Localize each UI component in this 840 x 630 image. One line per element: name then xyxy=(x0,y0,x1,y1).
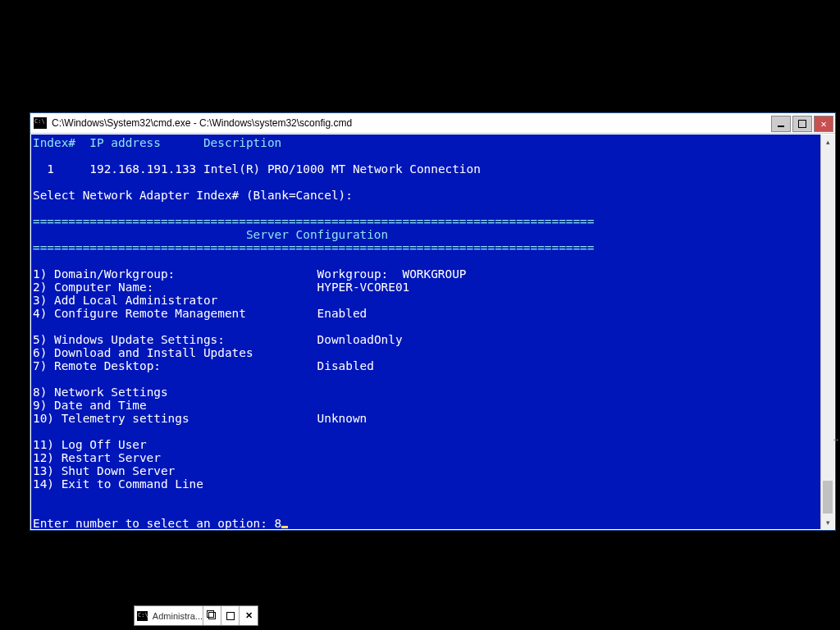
menu-5-label: Windows Update Settings: xyxy=(54,333,225,346)
menu-3-label: Add Local Administrator xyxy=(54,294,217,307)
menu-4-value: Enabled xyxy=(317,307,368,320)
rule-top: ========================================… xyxy=(33,215,594,228)
config-title: Server Configuration xyxy=(33,228,388,241)
cmd-icon xyxy=(137,611,148,621)
col-ip: IP address xyxy=(89,136,161,149)
menu-10-label: Telemetry settings xyxy=(62,412,189,425)
rule-bottom: ========================================… xyxy=(33,241,594,254)
net-index: 1 xyxy=(47,162,54,176)
resize-handle-icon[interactable]: ↔ xyxy=(832,435,840,444)
col-desc: Description xyxy=(203,136,281,149)
minimize-button[interactable] xyxy=(771,116,791,132)
close-button[interactable] xyxy=(814,116,833,132)
menu-2-value: HYPER-VCORE01 xyxy=(317,281,410,294)
taskbar-fragment: Administra... xyxy=(134,605,258,626)
scroll-thumb[interactable] xyxy=(823,481,833,514)
menu-11-label: Log Off User xyxy=(62,438,147,451)
menu-13-label: Shut Down Server xyxy=(62,464,176,477)
taskbar-close-button[interactable] xyxy=(240,606,258,625)
menu-7-value: Disabled xyxy=(317,359,374,372)
menu-14-label: Exit to Command Line xyxy=(62,477,203,491)
col-index: Index# xyxy=(33,136,75,149)
menu-9-label: Date and Time xyxy=(54,399,147,412)
cmd-window: C:\Windows\System32\cmd.exe - C:\Windows… xyxy=(30,112,836,531)
net-desc: Intel(R) PRO/1000 MT Network Connection xyxy=(203,162,481,176)
net-ip: 192.168.191.133 xyxy=(89,162,196,176)
taskbar-item-cmd[interactable]: Administra... xyxy=(135,606,203,625)
scroll-down-button[interactable]: ▾ xyxy=(821,515,834,529)
menu-12-label: Restart Server xyxy=(62,451,161,464)
scroll-up-button[interactable]: ▴ xyxy=(821,135,834,148)
cmd-icon xyxy=(34,117,47,129)
scroll-track[interactable] xyxy=(821,148,834,515)
window-title: C:\Windows\System32\cmd.exe - C:\Windows… xyxy=(52,117,769,129)
menu-1-label: Domain/Workgroup: xyxy=(54,267,175,281)
menu-2-label: Computer Name: xyxy=(54,281,153,294)
menu-8-label: Network Settings xyxy=(54,386,168,399)
taskbar-maximize-button[interactable] xyxy=(221,606,240,625)
menu-4-label: Configure Remote Management xyxy=(54,307,246,320)
console-text[interactable]: Index# IP address Description 1 192.168.… xyxy=(31,135,820,529)
menu-6-label: Download and Install Updates xyxy=(54,346,253,359)
vertical-scrollbar[interactable]: ▴ ▾ xyxy=(820,135,834,529)
option-prompt: Enter number to select an option: xyxy=(33,517,275,529)
menu-1-value: Workgroup: WORKGROUP xyxy=(317,267,467,281)
console-body: Index# IP address Description 1 192.168.… xyxy=(31,135,834,529)
titlebar[interactable]: C:\Windows\System32\cmd.exe - C:\Windows… xyxy=(30,113,835,134)
menu-7-label: Remote Desktop: xyxy=(54,359,161,372)
option-input[interactable]: 8 xyxy=(275,517,282,529)
maximize-button[interactable] xyxy=(792,116,812,132)
select-adapter-prompt: Select Network Adapter Index# (Blank=Can… xyxy=(33,189,353,202)
taskbar-restore-button[interactable] xyxy=(203,606,221,625)
menu-10-value: Unknown xyxy=(317,412,368,425)
cursor xyxy=(281,526,288,528)
taskbar-item-label: Administra... xyxy=(153,611,203,621)
window-controls xyxy=(769,116,833,132)
menu-5-value: DownloadOnly xyxy=(317,333,403,346)
